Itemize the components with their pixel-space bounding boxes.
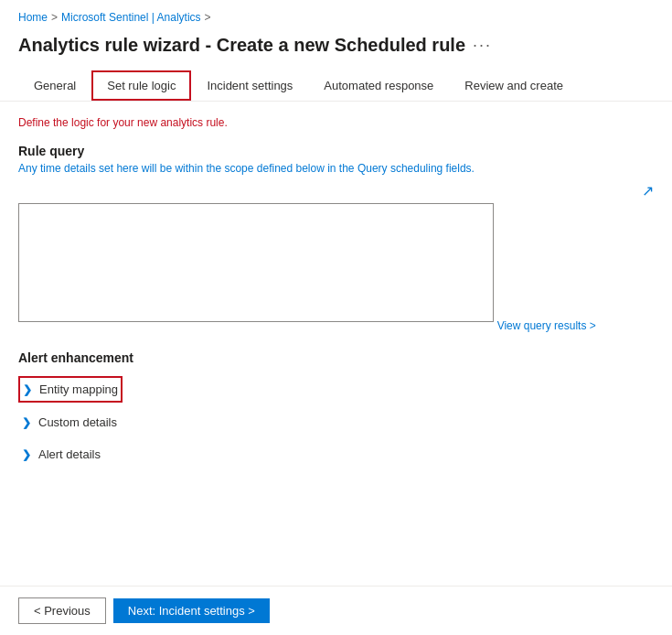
tab-general[interactable]: General (18, 70, 91, 101)
page-title-ellipsis[interactable]: ··· (473, 36, 492, 55)
breadcrumb-home[interactable]: Home (18, 11, 48, 24)
page-title: Analytics rule wizard - Create a new Sch… (0, 31, 672, 70)
rule-query-description: Any time details set here will be within… (18, 162, 654, 175)
tab-automated-response[interactable]: Automated response (308, 70, 449, 101)
breadcrumb-sentinel[interactable]: Microsoft Sentinel | Analytics (61, 11, 201, 24)
breadcrumb-sep-1: > (51, 11, 58, 24)
entity-mapping-header[interactable]: ❯ Entity mapping (18, 376, 123, 403)
tab-review-and-create[interactable]: Review and create (449, 70, 579, 101)
entity-mapping-label: Entity mapping (39, 382, 118, 396)
tabs-container: General Set rule logic Incident settings… (0, 70, 672, 102)
custom-details-chevron-icon: ❯ (22, 416, 31, 429)
next-button[interactable]: Next: Incident settings > (113, 598, 270, 623)
footer: < Previous Next: Incident settings > (0, 586, 672, 635)
tab-incident-settings[interactable]: Incident settings (191, 70, 308, 101)
alert-details-header[interactable]: ❯ Alert details (18, 442, 654, 467)
entity-mapping-item: ❯ Entity mapping (18, 376, 654, 403)
custom-details-item: ❯ Custom details (18, 410, 654, 435)
rule-query-input[interactable] (18, 203, 494, 322)
expand-arrow-icon[interactable]: ↗ (642, 182, 654, 199)
alert-details-label: Alert details (38, 447, 101, 461)
rule-query-title: Rule query (18, 144, 654, 158)
alert-details-chevron-icon: ❯ (22, 448, 31, 461)
expand-icon-container: ↗ (18, 182, 654, 199)
main-content: Define the logic for your new analytics … (0, 102, 672, 553)
custom-details-header[interactable]: ❯ Custom details (18, 410, 654, 435)
breadcrumb: Home > Microsoft Sentinel | Analytics > (0, 0, 672, 31)
content-area: Define the logic for your new analytics … (0, 102, 672, 489)
view-query-results-link[interactable]: View query results > (497, 319, 596, 332)
define-logic-text: Define the logic for your new analytics … (18, 116, 654, 129)
entity-mapping-chevron-icon: ❯ (23, 383, 32, 396)
previous-button[interactable]: < Previous (18, 597, 106, 624)
alert-enhancement-title: Alert enhancement (18, 350, 654, 365)
tab-set-rule-logic[interactable]: Set rule logic (91, 70, 191, 101)
breadcrumb-sep-2: > (205, 11, 211, 24)
custom-details-label: Custom details (38, 415, 117, 429)
page-title-text: Analytics rule wizard - Create a new Sch… (18, 35, 465, 56)
alert-details-item: ❯ Alert details (18, 442, 654, 467)
